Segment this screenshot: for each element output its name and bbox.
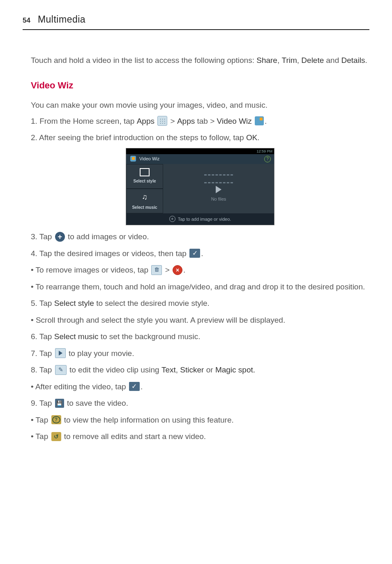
shot-title: Video Wiz bbox=[139, 155, 159, 162]
step-3: Tap to add images or video. bbox=[31, 231, 369, 243]
shot-footer: + Tap to add image or video. bbox=[126, 213, 274, 225]
play-triangle-icon bbox=[216, 186, 221, 193]
step-5: Tap Select style to select the desired m… bbox=[31, 298, 369, 310]
bullet-reset: Tap to remove all edits and start a new … bbox=[31, 431, 369, 443]
intro-paragraph: Touch and hold a video in the list to ac… bbox=[31, 55, 369, 67]
select-music-tile: ♫ Select music bbox=[126, 189, 163, 213]
option-share: Share bbox=[256, 56, 277, 65]
filmstrip-icon bbox=[204, 174, 233, 183]
option-delete: Delete bbox=[301, 56, 324, 65]
bullet-rearrange: To rearrange them, touch and hold an ima… bbox=[31, 281, 369, 293]
page-number: 54 bbox=[23, 15, 30, 26]
reset-icon bbox=[51, 432, 61, 441]
step-6: Tap Select music to set the background m… bbox=[31, 331, 369, 343]
select-style-tile: Select style bbox=[126, 164, 163, 189]
check-confirm-icon-2 bbox=[129, 382, 140, 391]
heading-video-wiz: Video Wiz bbox=[31, 79, 369, 92]
step-9: Tap to save the video. bbox=[31, 398, 369, 409]
bullet-scroll-style: Scroll through and select the style you … bbox=[31, 314, 369, 326]
shot-preview-area: No files bbox=[163, 164, 274, 213]
shot-title-bar: Video Wiz ? bbox=[126, 154, 274, 164]
play-icon bbox=[55, 348, 66, 358]
step-2: After seeing the brief introduction on t… bbox=[31, 132, 369, 225]
trash-icon bbox=[151, 265, 162, 275]
video-wiz-screenshot: 12:59 PM Video Wiz ? Select style bbox=[126, 148, 274, 226]
section-title: Multimedia bbox=[38, 12, 85, 27]
step-8: Tap to edit the video clip using Text, S… bbox=[31, 364, 369, 376]
save-disk-icon bbox=[55, 399, 64, 408]
apps-grid-icon bbox=[157, 116, 167, 126]
check-confirm-icon bbox=[189, 249, 200, 258]
step-7: Tap to play your movie. bbox=[31, 348, 369, 360]
video-wiz-small-icon bbox=[130, 156, 136, 162]
option-details: Details bbox=[341, 56, 365, 65]
style-square-icon bbox=[140, 168, 150, 176]
status-bar: 12:59 PM bbox=[126, 148, 274, 154]
help-icon bbox=[51, 415, 61, 424]
video-wiz-intro: You can make your own movie using your i… bbox=[31, 99, 369, 111]
option-trim: Trim bbox=[282, 56, 297, 65]
delete-x-icon bbox=[173, 265, 182, 275]
page-header: 54 Multimedia bbox=[23, 12, 369, 30]
bullet-remove: To remove images or videos, tap > . bbox=[31, 264, 369, 276]
add-circle-icon: + bbox=[169, 216, 175, 222]
video-wiz-app-icon bbox=[255, 116, 264, 125]
intro-lead: Touch and hold a video in the list to ac… bbox=[31, 56, 256, 65]
help-ring-icon: ? bbox=[264, 156, 271, 162]
edit-pen-icon bbox=[55, 365, 67, 375]
add-plus-icon bbox=[55, 232, 65, 242]
no-files-label: No files bbox=[211, 196, 226, 203]
bullet-help: Tap to view the help information on usin… bbox=[31, 414, 369, 426]
step-4: Tap the desired images or videos, then t… bbox=[31, 248, 369, 260]
step-1: From the Home screen, tap Apps > Apps ta… bbox=[31, 116, 369, 127]
music-note-icon: ♫ bbox=[142, 192, 148, 203]
bullet-after-edit: After editing the video, tap . bbox=[31, 381, 369, 393]
